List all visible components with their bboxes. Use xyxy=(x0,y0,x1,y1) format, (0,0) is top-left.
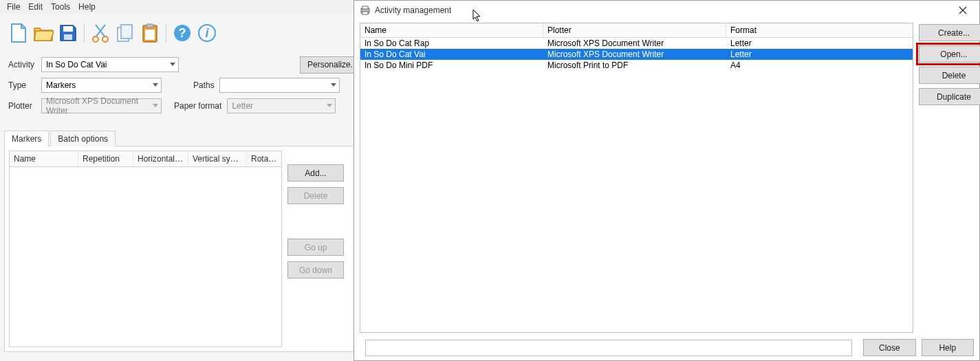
save-icon[interactable] xyxy=(58,23,78,43)
svg-rect-15 xyxy=(362,12,368,14)
cell-name: In So Do Cat Rap xyxy=(360,39,543,48)
markers-grid[interactable]: Name Repetition Horizontal s... Vertical… xyxy=(9,151,282,347)
paper-format-label: Paper format xyxy=(174,101,221,111)
svg-rect-1 xyxy=(64,34,72,40)
markers-side-buttons: Add... Delete Go up Go down xyxy=(287,151,329,347)
type-label: Type xyxy=(8,80,36,90)
activity-listview[interactable]: Name Plotter Format In So Do Cat RapMicr… xyxy=(360,23,913,333)
new-file-icon[interactable] xyxy=(8,23,29,43)
cell-format: A4 xyxy=(726,61,913,70)
chevron-down-icon xyxy=(331,83,336,87)
mouse-cursor-icon xyxy=(472,9,482,23)
tab-batch-options[interactable]: Batch options xyxy=(50,131,116,146)
plotter-label: Plotter xyxy=(8,101,36,111)
col-horizontal-symmetry[interactable]: Horizontal s... xyxy=(133,151,188,166)
svg-point-2 xyxy=(93,36,98,42)
markers-grid-body xyxy=(10,167,281,347)
activity-value: In So Do Cat Vai xyxy=(46,60,107,69)
info-icon[interactable]: i xyxy=(197,23,217,43)
paper-format-value: Letter xyxy=(232,101,253,111)
menu-edit[interactable]: Edit xyxy=(24,1,47,13)
paste-icon[interactable] xyxy=(140,23,160,43)
chevron-down-icon xyxy=(153,104,158,108)
create-button[interactable]: Create... xyxy=(919,24,980,41)
dialog-titlebar[interactable]: Activity management xyxy=(354,1,979,20)
paths-label: Paths xyxy=(193,80,214,90)
svg-rect-0 xyxy=(63,26,73,32)
help-icon[interactable]: ? xyxy=(172,23,193,43)
close-icon xyxy=(959,6,967,14)
go-up-button: Go up xyxy=(287,239,344,256)
cell-format: Letter xyxy=(726,39,913,48)
open-folder-icon[interactable] xyxy=(33,23,54,43)
chevron-down-icon xyxy=(153,83,158,87)
add-button[interactable]: Add... xyxy=(287,164,344,182)
list-item[interactable]: In So Do Cat RapMicrosoft XPS Document W… xyxy=(360,38,913,49)
activity-management-dialog: Activity management Name Plotter Format … xyxy=(353,0,980,361)
printer-icon xyxy=(360,6,371,15)
toolbar-separator xyxy=(166,23,166,43)
go-down-button: Go down xyxy=(287,261,344,278)
svg-point-3 xyxy=(102,36,108,42)
cell-plotter: Microsoft XPS Document Writer xyxy=(543,39,726,48)
close-button[interactable]: Close xyxy=(863,339,915,356)
col-rotation[interactable]: Rotation xyxy=(247,151,281,166)
cut-icon[interactable] xyxy=(90,23,111,43)
toolbar-separator xyxy=(84,23,85,43)
menu-help[interactable]: Help xyxy=(74,1,100,13)
open-button[interactable]: Open... xyxy=(919,45,980,63)
type-value: Markers xyxy=(46,80,76,90)
menu-tools[interactable]: Tools xyxy=(47,1,74,13)
col-format[interactable]: Format xyxy=(726,23,913,37)
svg-rect-5 xyxy=(121,25,132,39)
dialog-close-button[interactable] xyxy=(949,1,977,19)
delete-button[interactable]: Delete xyxy=(919,67,980,84)
dialog-status-field xyxy=(365,340,852,356)
type-combo[interactable]: Markers xyxy=(41,78,162,93)
cell-format: Letter xyxy=(726,50,913,59)
col-plotter[interactable]: Plotter xyxy=(543,23,726,37)
svg-text:i: i xyxy=(205,26,209,40)
svg-text:?: ? xyxy=(179,26,186,40)
cell-plotter: Microsoft Print to PDF xyxy=(543,61,726,70)
markers-grid-header: Name Repetition Horizontal s... Vertical… xyxy=(10,151,281,167)
col-name[interactable]: Name xyxy=(10,151,78,166)
tab-markers[interactable]: Markers xyxy=(4,131,49,146)
col-name[interactable]: Name xyxy=(360,23,543,37)
plotter-combo: Microsoft XPS Document Writer xyxy=(41,98,162,113)
menu-file[interactable]: File xyxy=(3,1,24,13)
svg-rect-14 xyxy=(362,6,368,9)
chevron-down-icon xyxy=(170,63,175,67)
list-item[interactable]: In So Do Mini PDFMicrosoft Print to PDFA… xyxy=(360,60,913,71)
activity-combo[interactable]: In So Do Cat Vai xyxy=(41,57,179,72)
listview-rows: In So Do Cat RapMicrosoft XPS Document W… xyxy=(360,38,913,71)
col-vertical-symmetry[interactable]: Vertical sym... xyxy=(188,151,247,166)
duplicate-button[interactable]: Duplicate xyxy=(919,88,980,105)
svg-rect-8 xyxy=(145,30,155,40)
cell-name: In So Do Mini PDF xyxy=(360,61,543,70)
cell-name: In So Do Cat Vai xyxy=(360,50,543,59)
paths-combo[interactable] xyxy=(219,78,340,93)
help-button[interactable]: Help xyxy=(922,339,974,356)
col-repetition[interactable]: Repetition xyxy=(78,151,133,166)
list-item[interactable]: In So Do Cat VaiMicrosoft XPS Document W… xyxy=(360,49,913,60)
plotter-value: Microsoft XPS Document Writer xyxy=(46,96,150,116)
delete-marker-button: Delete xyxy=(287,187,344,204)
activity-label: Activity xyxy=(8,60,36,69)
copy-icon[interactable] xyxy=(115,23,135,43)
dialog-side-buttons: Create... Open... Delete Duplicate xyxy=(919,23,974,333)
listview-header: Name Plotter Format xyxy=(360,23,913,38)
svg-rect-7 xyxy=(146,24,153,28)
paper-format-combo: Letter xyxy=(227,98,336,113)
dialog-title: Activity management xyxy=(375,6,451,15)
cell-plotter: Microsoft XPS Document Writer xyxy=(543,50,726,59)
chevron-down-icon xyxy=(327,104,332,108)
